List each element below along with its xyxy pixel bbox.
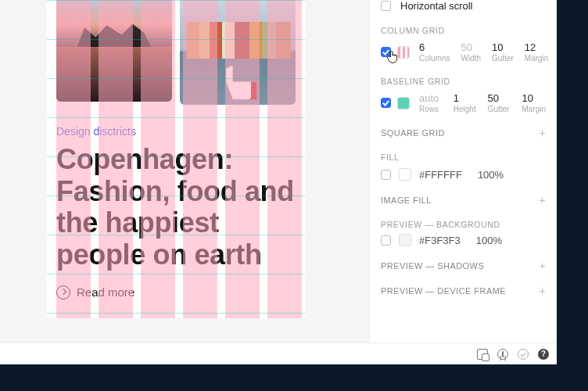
device-frame-icon[interactable] <box>477 349 488 360</box>
photo-cityscape[interactable] <box>56 0 172 102</box>
fill-row: #FFFFFF 100% <box>381 168 546 181</box>
preview-bg-opacity[interactable]: 100% <box>476 235 502 246</box>
col-width-value[interactable]: 50 <box>461 41 481 53</box>
help-icon[interactable]: ? <box>538 349 549 360</box>
row-height-value[interactable]: 1 <box>454 92 477 104</box>
fill-title: FILL <box>381 152 546 162</box>
status-bar: ? <box>0 343 557 364</box>
column-grid-checkbox[interactable] <box>381 47 391 57</box>
column-grid-row: 6Columns 50Width 10Gutter 12Margin <box>381 41 546 63</box>
photo-harbor[interactable] <box>180 0 296 105</box>
row-gutter-value[interactable]: 50 <box>488 92 511 104</box>
preview-bg-swatch[interactable] <box>399 234 411 246</box>
preview-bg-hex[interactable]: #F3F3F3 <box>419 235 461 246</box>
artboard[interactable]: Design disctricts Copenhagen: Fashion, f… <box>47 0 305 318</box>
read-more-label: Read more <box>77 285 134 299</box>
preview-bg-title: PREVIEW — BACKGROUND <box>381 220 546 229</box>
plus-icon[interactable]: + <box>539 195 546 206</box>
fill-opacity[interactable]: 100% <box>478 169 504 181</box>
preview-bg-row: #F3F3F3 100% <box>381 234 546 246</box>
plus-icon[interactable]: + <box>539 127 546 138</box>
square-grid-section[interactable]: SQUARE GRID + <box>381 127 546 138</box>
inspector-panel: Horizontal scroll COLUMN GRID 6Columns 5… <box>369 0 557 358</box>
fill-checkbox[interactable] <box>381 170 391 180</box>
fill-hex[interactable]: #FFFFFF <box>419 169 462 181</box>
preview-bg-checkbox[interactable] <box>381 235 391 246</box>
preview-shadows-section[interactable]: PREVIEW — SHADOWS + <box>381 260 546 271</box>
check-circle-icon[interactable] <box>518 349 529 360</box>
fill-swatch[interactable] <box>399 168 411 181</box>
columns-value[interactable]: 6 <box>419 41 450 53</box>
arrow-right-circle-icon <box>56 285 70 300</box>
canvas[interactable]: Design disctricts Copenhagen: Fashion, f… <box>0 0 369 358</box>
baseline-grid-swatch[interactable] <box>397 97 410 109</box>
article-headline[interactable]: Copenhagen: Fashion, food and the happie… <box>56 144 296 271</box>
baseline-grid-row: autoRows 1Height 50Gutter 10Margin <box>381 92 546 113</box>
rows-value[interactable]: auto <box>419 92 443 104</box>
horizontal-scroll-row[interactable]: Horizontal scroll <box>381 0 546 12</box>
baseline-grid-checkbox[interactable] <box>381 98 391 108</box>
baseline-grid-title: BASELINE GRID <box>381 77 546 86</box>
accessibility-icon[interactable] <box>497 349 508 360</box>
col-gutter-value[interactable]: 10 <box>492 41 514 53</box>
design-editor: Design disctricts Copenhagen: Fashion, f… <box>0 0 557 358</box>
column-grid-swatch[interactable] <box>397 46 410 59</box>
image-fill-section[interactable]: IMAGE FILL + <box>381 195 546 206</box>
plus-icon[interactable]: + <box>539 260 546 271</box>
horizontal-scroll-checkbox[interactable] <box>381 1 391 11</box>
article-kicker[interactable]: Design disctricts <box>56 125 296 138</box>
read-more-link[interactable]: Read more <box>56 285 296 300</box>
col-margin-value[interactable]: 12 <box>525 41 549 53</box>
horizontal-scroll-label: Horizontal scroll <box>400 0 472 12</box>
plus-icon[interactable]: + <box>539 285 546 296</box>
column-grid-title: COLUMN GRID <box>381 26 546 35</box>
preview-device-section[interactable]: PREVIEW — DEVICE FRAME + <box>381 285 546 296</box>
row-margin-value[interactable]: 10 <box>522 92 546 104</box>
article-body: Design disctricts Copenhagen: Fashion, f… <box>47 113 305 318</box>
